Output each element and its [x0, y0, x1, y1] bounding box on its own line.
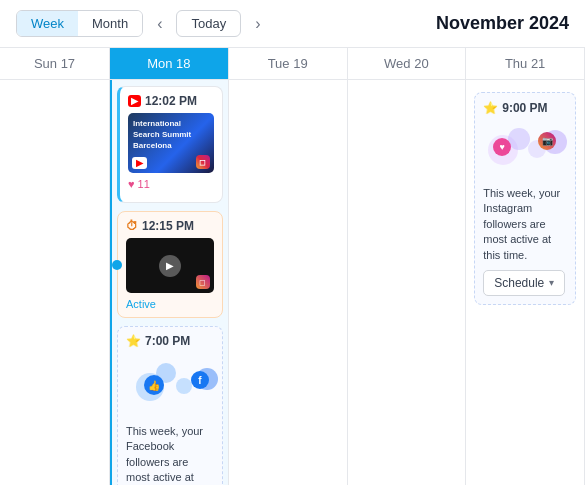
day-header-thu: Thu 21: [466, 48, 585, 79]
calendar-title: November 2024: [436, 13, 569, 34]
event-card-1202[interactable]: ▶ 12:02 PM International Search Summit B…: [117, 86, 223, 203]
event-img-text: International Search Summit Barcelona: [133, 118, 209, 152]
wed-column: [348, 80, 467, 485]
schedule-chevron-ig: ▾: [549, 277, 554, 288]
event-card-900-ig[interactable]: ⭐ 9:00 PM ♥ 📷 This week, your Instagram …: [474, 92, 576, 305]
ig-badge-1215: ◻: [196, 275, 210, 289]
day-header-mon: Mon 18: [110, 48, 229, 79]
ig-suggested-text: This week, your Instagram followers are …: [483, 186, 567, 263]
bubble-3: [176, 378, 192, 394]
clock-icon-1215: ⏱: [126, 219, 138, 233]
star-icon-900: ⭐: [483, 101, 498, 115]
ig-bubble-2: [508, 128, 530, 150]
event-time-1202: ▶ 12:02 PM: [128, 94, 214, 108]
event-video-1215: ▶ ◻: [126, 238, 214, 293]
dot-indicator: [112, 260, 122, 270]
calendar-header: Week Month ‹ Today › November 2024: [0, 0, 585, 48]
event-time-900: ⭐ 9:00 PM: [483, 101, 567, 115]
view-toggle: Week Month: [16, 10, 143, 37]
event-time-1215: ⏱ 12:15 PM: [126, 219, 214, 233]
youtube-icon: ▶: [128, 95, 141, 107]
event-card-700-fb[interactable]: ⭐ 7:00 PM 👍 f This week, your Facebook f…: [117, 326, 223, 485]
day-header-sun: Sun 17: [0, 48, 110, 79]
view-controls: Week Month ‹ Today ›: [16, 10, 269, 37]
day-header-wed: Wed 20: [348, 48, 467, 79]
ig-badge: ◻: [196, 155, 210, 169]
thu-column: ⭐ 9:00 PM ♥ 📷 This week, your Instagram …: [466, 80, 585, 485]
play-button-1215[interactable]: ▶: [159, 255, 181, 277]
active-label: Active: [126, 298, 214, 310]
event-card-1215[interactable]: ⏱ 12:15 PM ▶ ◻ Active: [117, 211, 223, 318]
day-headers-row: Sun 17 Mon 18 Tue 19 Wed 20 Thu 21: [0, 48, 585, 80]
fb-bubble-area: 👍 f: [126, 353, 214, 418]
schedule-button-ig[interactable]: Schedule ▾: [483, 270, 565, 296]
calendar-grid: ▶ 12:02 PM International Search Summit B…: [0, 80, 585, 485]
tue-column: [229, 80, 348, 485]
fb-icon-bubble: f: [191, 371, 209, 389]
heart-icon: ♥: [128, 178, 135, 190]
mon-column: ▶ 12:02 PM International Search Summit B…: [110, 80, 229, 485]
event-time-700: ⭐ 7:00 PM: [126, 334, 214, 348]
week-view-button[interactable]: Week: [17, 11, 78, 36]
event-image-1202: International Search Summit Barcelona ▶ …: [128, 113, 214, 173]
fb-like-bubble: 👍: [144, 375, 164, 395]
day-header-tue: Tue 19: [229, 48, 348, 79]
star-icon-700: ⭐: [126, 334, 141, 348]
likes-count: ♥ 11: [128, 178, 214, 190]
next-button[interactable]: ›: [247, 11, 268, 37]
ig-bubble-area: ♥ 📷: [483, 120, 567, 180]
fb-suggested-text: This week, your Facebook followers are m…: [126, 424, 214, 485]
sun-column: [0, 80, 110, 485]
today-button[interactable]: Today: [176, 10, 241, 37]
prev-button[interactable]: ‹: [149, 11, 170, 37]
month-view-button[interactable]: Month: [78, 11, 142, 36]
yt-badge: ▶: [132, 157, 147, 169]
